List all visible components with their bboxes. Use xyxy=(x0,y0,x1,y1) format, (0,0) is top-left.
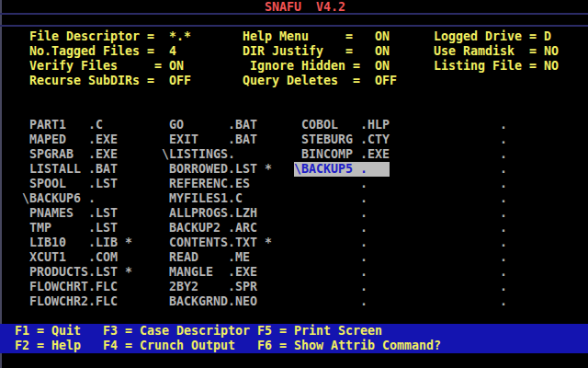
file-entry[interactable]: LIB10 .LIB * xyxy=(22,236,132,250)
fkey-f6-show-attrib: F6 = Show Attrib xyxy=(257,339,375,353)
file-entry[interactable]: READ .ME xyxy=(162,250,250,265)
fkey-f1-quit: F1 = Quit xyxy=(15,324,81,339)
file-entry[interactable]: PNAMES .LST xyxy=(22,206,118,221)
file-entry[interactable]: \BACKUP6 . xyxy=(22,191,96,206)
file-entry[interactable]: LISTALL .BAT xyxy=(22,162,118,177)
empty-slot: . xyxy=(434,132,507,147)
file-entry[interactable]: MYFILES1.C xyxy=(162,191,243,206)
file-entry[interactable]: BACKGRND.NEO xyxy=(162,294,257,309)
empty-slot: . xyxy=(434,265,507,280)
file-entry[interactable]: CONTENTS.TXT * xyxy=(162,236,272,250)
file-entry[interactable]: 2BY2 .SPR xyxy=(162,280,257,294)
empty-slot: . xyxy=(434,206,507,221)
snafu-screen: SNAFU V4.2 File Descriptor = *.* No.Tagg… xyxy=(0,0,588,368)
file-entry[interactable]: XCUT1 .COM xyxy=(22,250,118,265)
file-entry[interactable]: PRODUCTS.LST * xyxy=(22,265,132,280)
empty-slot: . xyxy=(294,206,368,221)
command-prompt[interactable]: Command? xyxy=(382,339,441,353)
function-key-bar: F1 = Quit F3 = Case Descriptor F5 = Prin… xyxy=(0,324,588,353)
empty-slot: . xyxy=(294,221,368,236)
file-entry[interactable]: BORROWED.LST * xyxy=(162,162,272,177)
file-entry[interactable]: GO .BAT xyxy=(162,118,257,132)
file-list: PART1 .C MAPED .EXE SPGRAB .EXE LISTALL … xyxy=(0,0,588,368)
file-entry[interactable]: MAPED .EXE xyxy=(22,132,118,147)
empty-slot: . xyxy=(294,250,368,265)
file-entry[interactable]: STEBURG .CTY xyxy=(294,132,390,147)
file-entry[interactable]: SPOOL .LST xyxy=(22,177,118,191)
file-entry[interactable]: EXIT .BAT xyxy=(162,132,257,147)
fkey-f5-print-screen: F5 = Print Screen xyxy=(257,324,382,339)
file-entry[interactable]: BACKUP2 .ARC xyxy=(162,221,257,236)
fkey-f2-help: F2 = Help xyxy=(15,339,81,353)
file-entry[interactable]: MANGLE .EXE xyxy=(162,265,257,280)
empty-slot: . xyxy=(294,177,368,191)
empty-slot: . xyxy=(434,221,507,236)
empty-slot: . xyxy=(434,280,507,294)
empty-slot: . xyxy=(294,191,368,206)
file-entry[interactable]: COBOL .HLP xyxy=(294,118,390,132)
empty-slot: . xyxy=(434,177,507,191)
empty-slot: . xyxy=(294,280,368,294)
empty-slot: . xyxy=(434,236,507,250)
file-entry[interactable]: FLOWCHRT.FLC xyxy=(22,280,118,294)
empty-slot: . xyxy=(294,236,368,250)
empty-slot: . xyxy=(294,265,368,280)
file-entry[interactable]: ALLPROGS.LZH xyxy=(162,206,257,221)
empty-slot: . xyxy=(294,294,368,309)
file-entry-selected[interactable]: \BACKUP5 . xyxy=(294,162,390,177)
empty-slot: . xyxy=(434,250,507,265)
file-entry[interactable]: REFERENC.ES xyxy=(162,177,250,191)
fkey-f4-crunch-output: F4 = Crunch Output xyxy=(103,339,235,353)
empty-slot: . xyxy=(434,118,507,132)
empty-slot: . xyxy=(434,147,507,162)
empty-slot: . xyxy=(434,162,507,177)
empty-slot: . xyxy=(434,191,507,206)
fkey-f3-case-descriptor: F3 = Case Descriptor xyxy=(103,324,250,339)
file-entry[interactable]: \LISTINGS. xyxy=(162,147,235,162)
file-entry[interactable]: BINCOMP .EXE xyxy=(294,147,390,162)
file-entry[interactable]: FLOWCHR2.FLC xyxy=(22,294,118,309)
file-entry[interactable]: PART1 .C xyxy=(22,118,103,132)
empty-slot: . xyxy=(434,294,507,309)
file-entry[interactable]: SPGRAB .EXE xyxy=(22,147,118,162)
file-entry[interactable]: TMP .LST xyxy=(22,221,118,236)
